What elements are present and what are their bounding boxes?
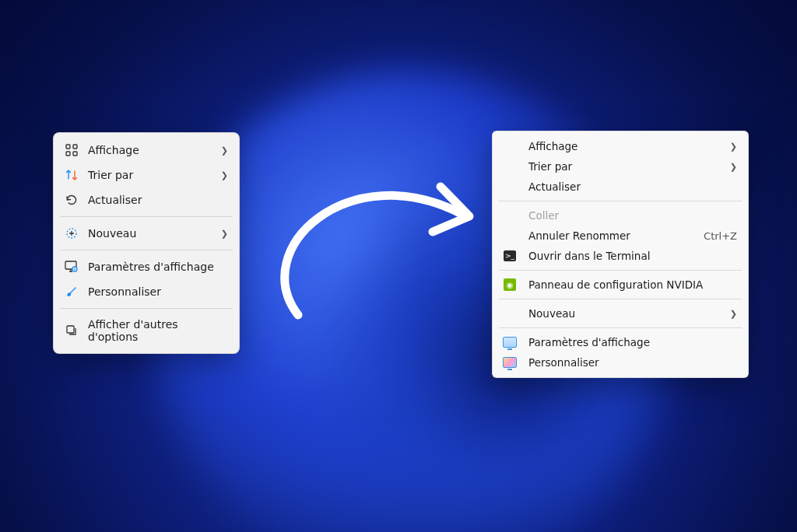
menu-label: Annuler Renommer <box>528 229 694 242</box>
chevron-right-icon: ❯ <box>730 142 737 152</box>
menu-separator <box>60 216 233 217</box>
chevron-right-icon: ❯ <box>221 170 228 180</box>
classic-context-menu: Affichage ❯ Trier par ❯ Actualiser Colle… <box>492 131 749 378</box>
new-plus-icon <box>65 226 79 240</box>
menu-label: Paramètres d'affichage <box>528 336 737 348</box>
menu-separator <box>499 327 742 328</box>
svg-rect-1 <box>73 145 77 149</box>
menu-label: Panneau de configuration NVIDIA <box>528 278 737 291</box>
svg-rect-3 <box>73 152 77 156</box>
svg-point-7 <box>74 268 75 270</box>
menu-item-personalize[interactable]: Personnaliser <box>493 352 748 373</box>
display-settings-icon <box>65 260 79 274</box>
menu-label: Trier par <box>88 169 212 181</box>
menu-separator <box>499 270 742 271</box>
menu-item-nvidia-panel[interactable]: ◉ Panneau de configuration NVIDIA <box>493 275 748 295</box>
menu-label: Trier par <box>528 160 721 173</box>
win11-context-menu: Affichage ❯ Trier par ❯ Actualiser Nouve… <box>53 132 240 354</box>
menu-item-sort[interactable]: Trier par ❯ <box>493 156 748 177</box>
menu-label: Nouveau <box>88 227 212 240</box>
svg-rect-2 <box>66 152 70 156</box>
svg-rect-8 <box>67 326 74 333</box>
menu-label: Personnaliser <box>528 356 737 369</box>
menu-label: Actualiser <box>528 180 737 193</box>
display-settings-icon <box>500 337 519 348</box>
menu-item-view[interactable]: Affichage ❯ <box>54 138 239 163</box>
chevron-right-icon: ❯ <box>221 145 228 156</box>
menu-item-open-terminal[interactable]: >_ Ouvrir dans le Terminal <box>493 246 748 266</box>
menu-item-personalize[interactable]: Personnaliser <box>54 279 239 304</box>
menu-separator <box>499 299 742 299</box>
personalize-brush-icon <box>65 285 79 299</box>
menu-label: Paramètres d'affichage <box>88 261 228 273</box>
terminal-icon: >_ <box>500 250 519 261</box>
menu-label: Nouveau <box>528 307 721 320</box>
menu-separator <box>499 201 742 201</box>
menu-label: Ouvrir dans le Terminal <box>528 250 737 262</box>
menu-item-paste-disabled: Coller <box>493 205 748 226</box>
menu-item-refresh[interactable]: Actualiser <box>493 177 748 197</box>
menu-item-display-settings[interactable]: Paramètres d'affichage <box>493 332 748 352</box>
sort-icon <box>65 168 79 182</box>
refresh-icon <box>65 193 79 207</box>
menu-separator <box>60 308 233 309</box>
menu-item-view[interactable]: Affichage ❯ <box>493 136 748 156</box>
menu-item-sort[interactable]: Trier par ❯ <box>54 163 239 187</box>
chevron-right-icon: ❯ <box>730 309 737 319</box>
view-grid-icon <box>65 143 79 157</box>
chevron-right-icon: ❯ <box>221 229 228 239</box>
show-more-icon <box>65 324 79 338</box>
svg-rect-0 <box>66 145 70 149</box>
menu-item-show-more-options[interactable]: Afficher d'autres d'options <box>54 313 239 348</box>
menu-item-new[interactable]: Nouveau ❯ <box>493 303 748 324</box>
menu-item-undo-rename[interactable]: Annuler Renommer Ctrl+Z <box>493 226 748 246</box>
personalize-icon <box>500 357 519 368</box>
keyboard-shortcut: Ctrl+Z <box>704 230 737 242</box>
menu-separator <box>60 250 233 250</box>
menu-item-display-settings[interactable]: Paramètres d'affichage <box>54 254 239 279</box>
menu-label: Personnaliser <box>88 285 228 298</box>
menu-label: Affichage <box>528 140 721 152</box>
menu-label: Afficher d'autres d'options <box>88 318 228 343</box>
menu-item-new[interactable]: Nouveau ❯ <box>54 221 239 246</box>
menu-label: Actualiser <box>88 194 228 206</box>
nvidia-icon: ◉ <box>500 278 519 291</box>
menu-label: Coller <box>528 209 737 222</box>
menu-label: Affichage <box>88 144 212 156</box>
menu-item-refresh[interactable]: Actualiser <box>54 187 239 212</box>
chevron-right-icon: ❯ <box>730 162 737 172</box>
